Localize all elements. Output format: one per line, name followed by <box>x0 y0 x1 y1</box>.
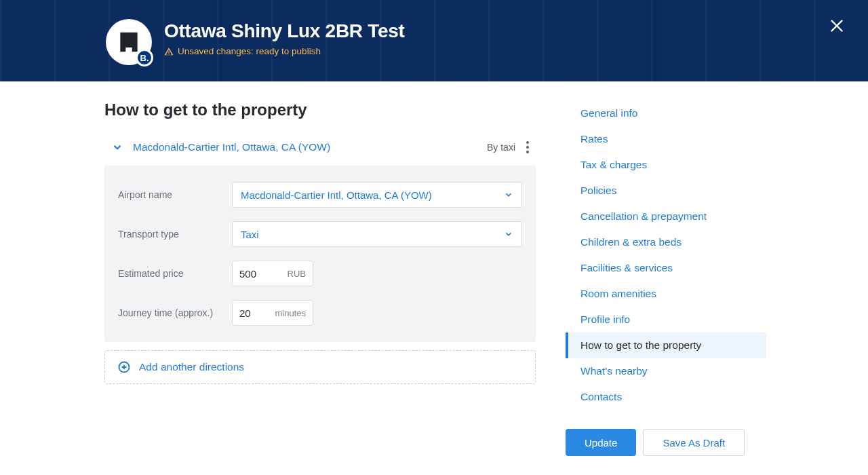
section-nav: General infoRatesTax & chargesPoliciesCa… <box>566 100 766 410</box>
plus-circle-icon <box>117 360 131 374</box>
save-as-draft-button[interactable]: Save As Draft <box>643 429 745 456</box>
add-another-directions[interactable]: Add another directions <box>104 350 536 384</box>
estimated-price-label: Estimated price <box>118 268 232 279</box>
nav-item[interactable]: Cancellation & prepayment <box>566 204 766 229</box>
nav-item[interactable]: Contacts <box>566 384 766 410</box>
close-icon <box>827 16 846 35</box>
chevron-down-icon <box>504 229 513 239</box>
direction-mode-summary: By taxi <box>487 142 515 153</box>
airport-name-value: Macdonald-Cartier Intl, Ottawa, CA (YOW) <box>241 189 432 201</box>
transport-type-select[interactable]: Taxi <box>232 221 522 247</box>
page-title: How to get to the property <box>104 100 536 119</box>
nav-item[interactable]: Facilities & services <box>566 255 766 281</box>
nav-item[interactable]: Tax & charges <box>566 152 766 178</box>
chevron-down-icon <box>111 141 123 153</box>
direction-title: Macdonald-Cartier Intl, Ottawa, CA (YOW) <box>133 141 330 153</box>
add-another-label: Add another directions <box>139 361 244 373</box>
estimated-price-input[interactable] <box>233 268 265 280</box>
direction-toggle[interactable]: Macdonald-Cartier Intl, Ottawa, CA (YOW) <box>111 141 330 153</box>
nav-item[interactable]: What's nearby <box>566 358 766 384</box>
nav-item[interactable]: General info <box>566 100 766 126</box>
transport-type-label: Transport type <box>118 229 232 240</box>
header-banner: B. Ottawa Shiny Lux 2BR Test Unsaved cha… <box>0 0 868 81</box>
nav-item[interactable]: Rates <box>566 126 766 152</box>
close-button[interactable] <box>827 16 846 35</box>
direction-panel: Airport name Macdonald-Cartier Intl, Ott… <box>104 166 536 342</box>
chevron-down-icon <box>504 190 513 200</box>
journey-time-label: Journey time (approx.) <box>118 307 232 318</box>
nav-item[interactable]: How to get to the property <box>566 332 766 358</box>
status-text: Unsaved changes: ready to publish <box>178 46 321 56</box>
price-unit: RUB <box>288 269 313 279</box>
nav-item[interactable]: Room amenities <box>566 281 766 307</box>
time-unit: minutes <box>275 308 313 318</box>
unsaved-status: Unsaved changes: ready to publish <box>164 46 405 56</box>
direction-menu-button[interactable] <box>524 138 529 156</box>
journey-time-input[interactable] <box>233 307 265 319</box>
brand-badge: B. <box>136 49 153 66</box>
transport-type-value: Taxi <box>241 229 259 240</box>
airport-name-label: Airport name <box>118 189 232 200</box>
airport-name-select[interactable]: Macdonald-Cartier Intl, Ottawa, CA (YOW) <box>232 182 522 208</box>
nav-item[interactable]: Policies <box>566 178 766 204</box>
warning-icon <box>164 47 174 56</box>
update-button[interactable]: Update <box>566 429 636 456</box>
nav-item[interactable]: Children & extra beds <box>566 229 766 255</box>
nav-item[interactable]: Profile info <box>566 307 766 332</box>
property-title: Ottawa Shiny Lux 2BR Test <box>164 20 405 42</box>
